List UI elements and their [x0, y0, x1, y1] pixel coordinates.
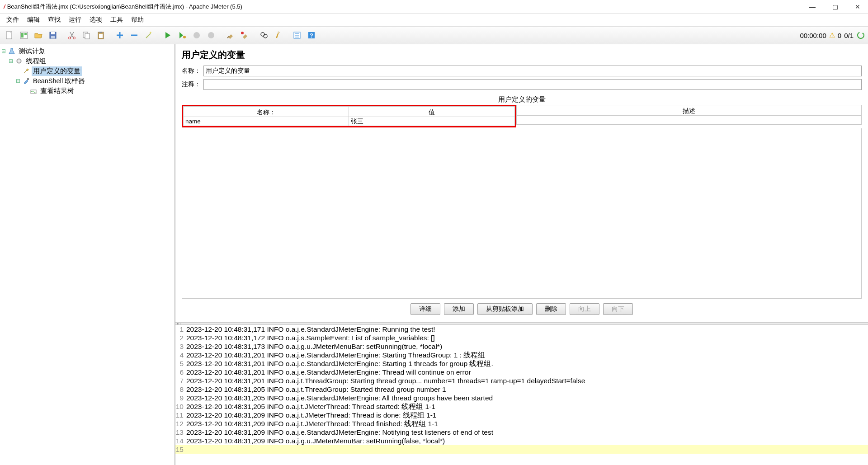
cell-value[interactable]: 张三	[349, 117, 515, 126]
log-line: 132023-12-20 10:48:31,209 INFO o.a.j.e.S…	[175, 428, 868, 437]
open-icon[interactable]	[32, 28, 45, 42]
log-line: 92023-12-20 10:48:31,205 INFO o.a.j.e.St…	[175, 394, 868, 402]
tree-result-tree[interactable]: 查看结果树	[1, 86, 174, 96]
comment-input[interactable]	[203, 79, 862, 90]
cell-desc[interactable]	[516, 116, 862, 125]
svg-point-25	[18, 60, 20, 62]
shutdown-icon[interactable]	[204, 28, 218, 42]
menu-tools[interactable]: 工具	[107, 14, 127, 25]
log-line: 52023-12-20 10:48:31,201 INFO o.a.j.e.St…	[175, 359, 868, 368]
svg-point-16	[208, 32, 214, 38]
clear1-icon[interactable]	[223, 28, 237, 42]
panel-heading: 用户定义的变量	[182, 49, 862, 61]
help-icon[interactable]: ?	[305, 28, 318, 42]
titlebar: / BeanShell组件语法.jmx (C:\Users\xiongjian\…	[0, 0, 868, 14]
horizontal-splitter[interactable]	[175, 322, 868, 325]
menu-file[interactable]: 文件	[3, 14, 23, 25]
svg-rect-10	[85, 33, 90, 39]
copy-icon[interactable]	[80, 28, 93, 42]
clear2-icon[interactable]	[238, 28, 251, 42]
wrench-icon	[22, 67, 30, 75]
tree-pane[interactable]: ⊟ 测试计划 ⊟ 线程组 用户定义的变量 ⊟ BeanShell 取样器 查看结…	[0, 44, 175, 465]
svg-text:?: ?	[310, 32, 313, 39]
log-line: 42023-12-20 10:48:31,201 INFO o.a.j.e.St…	[175, 351, 868, 359]
remove-icon[interactable]	[127, 28, 141, 42]
stop-icon[interactable]	[190, 28, 203, 42]
col-value-header[interactable]: 值	[349, 106, 515, 117]
maximize-button[interactable]: ▢	[828, 3, 842, 10]
detail-button[interactable]: 详细	[410, 303, 440, 315]
tree-thread-group[interactable]: ⊟ 线程组	[1, 56, 174, 66]
svg-rect-5	[51, 32, 55, 34]
delete-button[interactable]: 删除	[536, 303, 566, 315]
warning-icon[interactable]: ⚠	[829, 31, 835, 39]
thread-count: 0/1	[844, 32, 854, 39]
name-label: 名称：	[182, 67, 203, 75]
search-icon[interactable]	[257, 28, 270, 42]
log-line: 102023-12-20 10:48:31,205 INFO o.a.j.t.J…	[175, 402, 868, 411]
close-button[interactable]: ✕	[851, 3, 864, 10]
warning-count: 0	[838, 32, 841, 39]
col-desc-header[interactable]: 描述	[516, 105, 862, 116]
tree-user-vars[interactable]: 用户定义的变量	[1, 66, 174, 76]
log-line: 82023-12-20 10:48:31,205 INFO o.a.j.t.Th…	[175, 385, 868, 394]
log-line: 22023-12-20 10:48:31,172 INFO o.a.j.s.Sa…	[175, 333, 868, 342]
toolbar: ? 00:00:00 ⚠ 0 0/1	[0, 26, 868, 44]
svg-point-17	[241, 32, 244, 34]
up-button[interactable]: 向上	[570, 303, 599, 315]
refresh-icon[interactable]	[856, 31, 865, 40]
add-button[interactable]: 添加	[444, 303, 474, 315]
paste-icon[interactable]	[94, 28, 108, 42]
log-line: 112023-12-20 10:48:31,209 INFO o.a.j.t.J…	[175, 411, 868, 419]
run-icon[interactable]	[161, 28, 175, 42]
menu-edit[interactable]: 编辑	[24, 14, 43, 25]
minimize-button[interactable]: ―	[806, 3, 819, 10]
svg-point-19	[264, 34, 267, 38]
new-icon[interactable]	[3, 28, 16, 42]
clear-search-icon[interactable]	[271, 28, 285, 42]
menu-help[interactable]: 帮助	[127, 14, 147, 25]
log-line: 72023-12-20 10:48:31,201 INFO o.a.j.t.Th…	[175, 376, 868, 385]
scope-icon	[29, 87, 38, 95]
menu-search[interactable]: 查找	[44, 14, 64, 25]
editor-panel: 用户定义的变量 名称： 注释： 用户定义的变量 名称： name	[175, 44, 868, 322]
down-button[interactable]: 向下	[603, 303, 633, 315]
cut-icon[interactable]	[65, 28, 79, 42]
tree-test-plan[interactable]: ⊟ 测试计划	[1, 46, 174, 56]
templates-icon[interactable]	[17, 28, 31, 42]
svg-point-15	[193, 32, 200, 38]
wand-icon[interactable]	[142, 28, 156, 42]
svg-rect-13	[99, 34, 103, 38]
svg-rect-26	[27, 78, 29, 80]
svg-rect-6	[51, 36, 55, 38]
log-line-current: 15	[175, 445, 868, 454]
flask-icon	[8, 47, 16, 55]
svg-rect-3	[24, 33, 27, 35]
log-pane[interactable]: 12023-12-20 10:48:31,171 INFO o.a.j.e.St…	[175, 325, 868, 465]
clipboard-add-button[interactable]: 从剪贴板添加	[477, 303, 533, 315]
dropper-icon	[22, 77, 30, 85]
window-title: BeanShell组件语法.jmx (C:\Users\xiongjian\Be…	[7, 3, 806, 11]
log-line: 32023-12-20 10:48:31,173 INFO o.a.j.g.u.…	[175, 342, 868, 351]
tree-beanshell[interactable]: ⊟ BeanShell 取样器	[1, 76, 174, 86]
jmeter-icon: /	[4, 3, 5, 10]
log-line: 12023-12-20 10:48:31,171 INFO o.a.j.e.St…	[175, 325, 868, 333]
col-name-header[interactable]: 名称：	[183, 106, 349, 117]
cell-name[interactable]: name	[183, 117, 349, 126]
table-empty-area[interactable]	[182, 128, 862, 299]
elapsed-time: 00:00:00	[800, 32, 826, 39]
save-icon[interactable]	[46, 28, 60, 42]
name-input[interactable]	[203, 66, 862, 76]
menu-options[interactable]: 选项	[86, 14, 106, 25]
svg-rect-12	[99, 32, 102, 33]
run-nopause-icon[interactable]	[175, 28, 189, 42]
menu-run[interactable]: 运行	[65, 14, 85, 25]
svg-rect-2	[21, 33, 24, 38]
svg-point-14	[183, 36, 186, 38]
function-icon[interactable]	[290, 28, 304, 42]
add-icon[interactable]	[113, 28, 127, 42]
section-title: 用户定义的变量	[182, 95, 862, 104]
menubar: 文件 编辑 查找 运行 选项 工具 帮助	[0, 14, 868, 26]
gear-icon	[15, 57, 23, 65]
comment-label: 注释：	[182, 80, 203, 89]
